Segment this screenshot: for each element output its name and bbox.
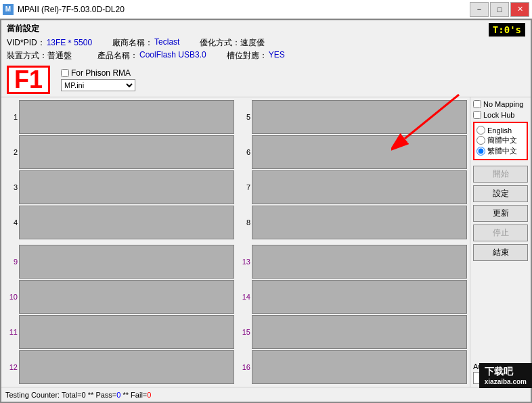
slot-num-2: 2 [4,148,18,156]
stop-button[interactable]: 停止 [473,224,528,241]
slot-num-1: 1 [4,113,18,121]
slot-num-3: 3 [4,183,18,191]
slot-row-3: 3 [4,170,234,204]
status-left: Testing Counter: Total=0 ** Pass=0 ** Fa… [5,391,263,399]
status-fail-value: 0 [147,391,151,399]
slot-num-10: 10 [4,293,18,301]
slot-row-14: 14 [237,280,467,314]
slot-box-4[interactable] [19,206,234,239]
vid-label: VID*PID： [7,37,45,49]
slot-num-7: 7 [237,183,250,191]
exit-button[interactable]: 結束 [473,244,528,261]
window-controls: − □ ✕ [470,2,529,17]
maximize-button[interactable]: □ [490,2,509,17]
slot-box-10[interactable] [19,280,234,314]
slot-num-4: 4 [4,218,18,227]
minimize-button[interactable]: − [470,2,489,17]
action-buttons: 開始 設定 更新 停止 結束 [473,166,528,261]
slot-box-1[interactable] [19,100,234,134]
slot-row-2: 2 [4,135,234,169]
slot-box-9[interactable] [19,245,234,279]
slot-box-11[interactable] [19,315,234,349]
right-panel: No Mapping Lock Hub English 簡體中文 [470,97,531,387]
slot-row-13: 13 [237,245,467,279]
slot-num-11: 11 [4,328,18,336]
app-icon: M [3,4,14,15]
product-value: CoolFlash USB3.0 [139,50,206,62]
slot-box-8[interactable] [252,206,467,239]
section-label: 當前設定 [7,23,285,34]
phison-checkbox-row: For Phison RMA [61,68,135,78]
device-label: 裝置方式：普通盤 [7,50,72,62]
window-title: MPAII (Rel)-7F-5.03.0D-DL20 [18,5,125,14]
slot-num-12: 12 [4,363,18,371]
slot-row-7: 7 [237,170,467,204]
slot-row-1: 1 [4,100,234,134]
slot-value: YES [269,50,285,62]
slot-row-6: 6 [237,135,467,169]
lang-simplified-radio[interactable] [476,136,485,145]
lock-hub-row: Lock Hub [473,111,528,119]
slot-box-5[interactable] [252,100,467,134]
slot-num-9: 9 [4,258,18,266]
no-mapping-row: No Mapping [473,100,528,108]
lang-traditional-radio[interactable] [476,147,485,156]
watermark-line1: 下载吧 [485,366,527,378]
title-bar: M MPAII (Rel)-7F-5.03.0D-DL20 − □ ✕ [0,0,532,19]
slot-num-14: 14 [237,293,250,301]
close-button[interactable]: ✕ [510,2,529,17]
slot-num-15: 15 [237,328,250,336]
lock-hub-checkbox[interactable] [473,111,481,119]
slot-num-5: 5 [237,113,250,121]
slot-row-12: 12 [4,350,234,384]
product-label: 產品名稱： [97,50,138,62]
lang-english-radio[interactable] [476,126,485,135]
slot-box-2[interactable] [19,135,234,169]
status-bar: Testing Counter: Total=0 ** Pass=0 ** Fa… [1,387,531,402]
main-window: 當前設定 VID*PID： 13FE＊5500 廠商名稱： Teclast 優化… [0,19,532,403]
lang-simplified-row: 簡體中文 [476,135,525,145]
slot-box-6[interactable] [252,135,467,169]
lock-hub-label: Lock Hub [483,111,514,119]
slot-box-14[interactable] [252,280,467,314]
no-mapping-label: No Mapping [483,100,523,108]
slot-row-15: 15 [237,315,467,349]
start-button[interactable]: 開始 [473,166,528,183]
slot-row-4: 4 [4,206,234,239]
settings-button[interactable]: 設定 [473,185,528,202]
watermark: 下载吧 xiazaiba.com [479,363,532,388]
status-fail-label: ** Fail= [120,391,147,399]
lang-traditional-row: 繁體中文 [476,146,525,156]
language-group: English 簡體中文 繁體中文 [473,122,528,160]
slot-box-3[interactable] [19,170,234,204]
phison-checkbox[interactable] [61,69,69,77]
slot-num-16: 16 [237,363,250,371]
header-section: 當前設定 VID*PID： 13FE＊5500 廠商名稱： Teclast 優化… [1,20,531,97]
vendor-value: Teclast [154,37,179,49]
slot-grid: 1 2 3 4 [1,97,470,387]
slot-row-10: 10 [4,280,234,314]
update-button[interactable]: 更新 [473,205,528,222]
slot-box-12[interactable] [19,350,234,384]
phison-row: F1 For Phison RMA MP.ini MP2.ini [7,66,525,94]
slot-row-11: 11 [4,315,234,349]
slot-num-6: 6 [237,148,250,156]
slot-row-5: 5 [237,100,467,134]
watermark-url: xiazaiba.com [485,378,527,385]
slot-box-15[interactable] [252,315,467,349]
slot-row-8: 8 [237,206,467,239]
lang-traditional-label: 繁體中文 [487,146,517,156]
slot-box-13[interactable] [252,245,467,279]
slot-box-7[interactable] [252,170,467,204]
vendor-label: 廠商名稱： [112,37,153,49]
status-counter-label: Testing Counter: Total=0 ** Pass= [5,391,116,399]
lang-english-row: English [476,126,525,135]
slot-row-16: 16 [237,350,467,384]
no-mapping-checkbox[interactable] [473,100,481,108]
f1-box: F1 [7,66,50,94]
ini-dropdown[interactable]: MP.ini MP2.ini [61,79,135,91]
slot-num-13: 13 [237,258,250,266]
lang-english-label: English [487,126,512,135]
slot-box-16[interactable] [252,350,467,384]
lang-simplified-label: 簡體中文 [487,135,517,145]
